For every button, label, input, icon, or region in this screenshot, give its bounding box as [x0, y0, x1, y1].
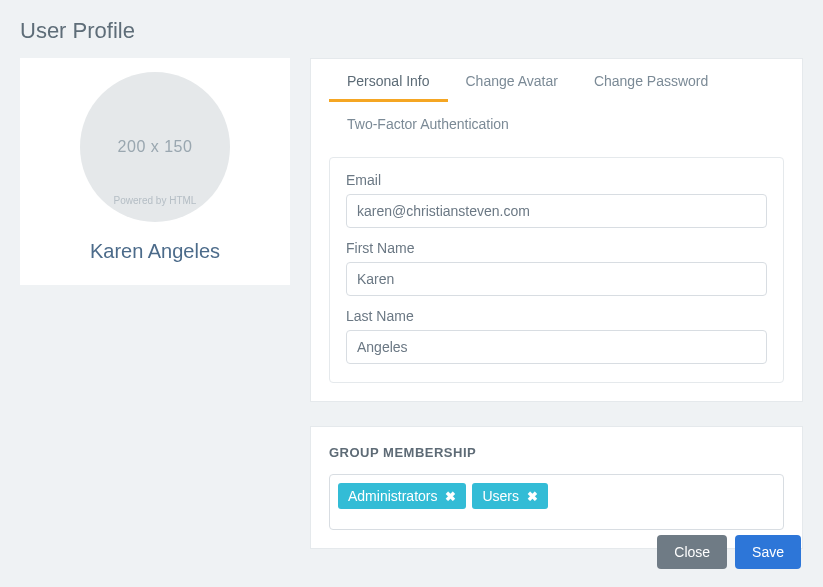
tag-users: Users ✖ [472, 483, 548, 509]
group-membership-panel: GROUP MEMBERSHIP Administrators ✖ Users … [310, 426, 803, 549]
last-name-label: Last Name [346, 308, 767, 324]
avatar-dimensions-text: 200 x 150 [118, 138, 193, 156]
right-column: Personal Info Change Avatar Change Passw… [310, 58, 803, 549]
last-name-input[interactable] [346, 330, 767, 364]
personal-info-form: Email First Name Last Name [329, 157, 784, 383]
tabs: Personal Info Change Avatar Change Passw… [311, 59, 802, 145]
avatar-placeholder: 200 x 150 Powered by HTML [80, 72, 230, 222]
footer-buttons: Close Save [657, 535, 801, 569]
remove-tag-icon[interactable]: ✖ [525, 490, 540, 503]
tab-change-password[interactable]: Change Password [576, 59, 726, 102]
page-title: User Profile [20, 18, 803, 44]
first-name-label: First Name [346, 240, 767, 256]
user-profile-modal: User Profile 200 x 150 Powered by HTML K… [0, 0, 823, 587]
tag-label: Administrators [348, 488, 437, 504]
save-button[interactable]: Save [735, 535, 801, 569]
email-input[interactable] [346, 194, 767, 228]
close-button[interactable]: Close [657, 535, 727, 569]
columns: 200 x 150 Powered by HTML Karen Angeles … [20, 58, 803, 549]
tab-personal-info[interactable]: Personal Info [329, 59, 448, 102]
email-label: Email [346, 172, 767, 188]
remove-tag-icon[interactable]: ✖ [443, 490, 458, 503]
group-membership-title: GROUP MEMBERSHIP [329, 445, 784, 460]
tag-administrators: Administrators ✖ [338, 483, 466, 509]
email-field-group: Email [346, 172, 767, 228]
tag-label: Users [482, 488, 519, 504]
avatar-powered-text: Powered by HTML [114, 195, 197, 206]
first-name-input[interactable] [346, 262, 767, 296]
personal-info-panel: Personal Info Change Avatar Change Passw… [310, 58, 803, 402]
tab-two-factor-auth[interactable]: Two-Factor Authentication [329, 102, 527, 145]
last-name-field-group: Last Name [346, 308, 767, 364]
user-name: Karen Angeles [34, 240, 276, 263]
profile-card: 200 x 150 Powered by HTML Karen Angeles [20, 58, 290, 285]
group-membership-tagbox[interactable]: Administrators ✖ Users ✖ [329, 474, 784, 530]
tab-change-avatar[interactable]: Change Avatar [448, 59, 576, 102]
first-name-field-group: First Name [346, 240, 767, 296]
